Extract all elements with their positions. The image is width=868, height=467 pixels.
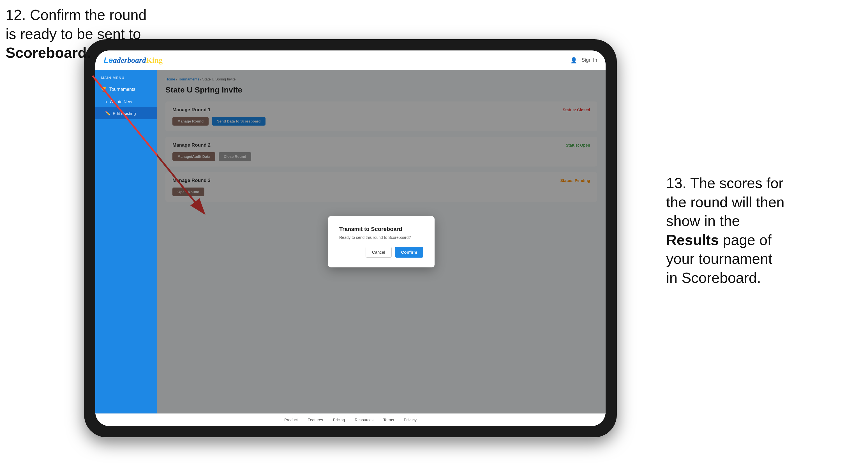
sidebar: MAIN MENU 🏆 Tournaments + Create New ✏️ … [95,70,157,413]
tablet-screen: LeaderboardKing 👤 Sign In MAIN MENU 🏆 [95,51,606,426]
main-content: Home / Tournaments / State U Spring Invi… [157,70,606,413]
modal-title: Transmit to Scoreboard [339,226,423,232]
sidebar-item-tournaments[interactable]: 🏆 Tournaments [95,83,157,96]
tablet-device: LeaderboardKing 👤 Sign In MAIN MENU 🏆 [84,39,617,437]
annotation-top: 12. Confirm the round is ready to be sen… [6,6,147,63]
app-body: MAIN MENU 🏆 Tournaments + Create New ✏️ … [95,70,606,413]
footer-terms[interactable]: Terms [383,418,394,422]
modal-cancel-button[interactable]: Cancel [366,247,392,258]
edit-icon: ✏️ [105,111,111,116]
trophy-icon: 🏆 [101,87,106,92]
footer-privacy[interactable]: Privacy [404,418,416,422]
sign-in-button[interactable]: Sign In [582,57,597,63]
header-right: 👤 Sign In [570,57,597,64]
footer-product[interactable]: Product [284,418,298,422]
annotation-line3: Scoreboard. [6,44,91,61]
plus-icon: + [105,99,108,104]
transmit-modal: Transmit to Scoreboard Ready to send thi… [328,216,435,268]
annotation-line1: 12. Confirm the round [6,7,147,23]
annotation-line2: is ready to be sent to [6,26,141,42]
app-footer: Product Features Pricing Resources Terms… [95,413,606,426]
modal-overlay: Transmit to Scoreboard Ready to send thi… [157,70,606,413]
annotation-r-line1: 13. The scores forthe round will thensho… [666,175,784,286]
footer-features[interactable]: Features [308,418,323,422]
app-header: LeaderboardKing 👤 Sign In [95,51,606,70]
footer-pricing[interactable]: Pricing [333,418,345,422]
sidebar-create-new-label: Create New [110,99,132,104]
sidebar-tournaments-label: Tournaments [109,87,135,92]
sidebar-item-create-new[interactable]: + Create New [95,96,157,107]
modal-actions: Cancel Confirm [339,247,423,258]
sidebar-item-edit-existing[interactable]: ✏️ Edit Existing [95,107,157,119]
modal-subtitle: Ready to send this round to Scoreboard? [339,235,423,240]
sidebar-edit-existing-label: Edit Existing [113,111,136,116]
modal-confirm-button[interactable]: Confirm [395,247,424,258]
annotation-right: 13. The scores forthe round will thensho… [666,174,862,288]
main-menu-label: MAIN MENU [95,76,157,83]
user-icon: 👤 [570,57,577,64]
app-container: LeaderboardKing 👤 Sign In MAIN MENU 🏆 [95,51,606,426]
sign-in-label: Sign In [582,57,597,63]
footer-resources[interactable]: Resources [355,418,373,422]
